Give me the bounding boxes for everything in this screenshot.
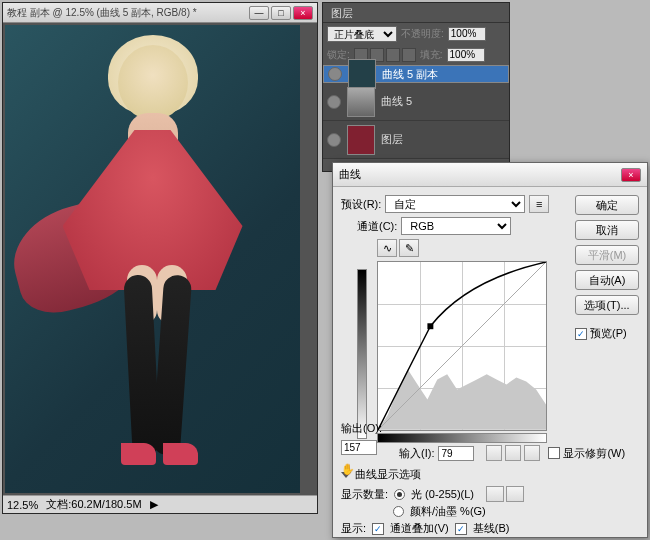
layer-row[interactable]: 曲线 5 — [323, 83, 509, 121]
eyedropper-group — [486, 445, 540, 461]
visibility-eye-icon[interactable] — [327, 133, 341, 147]
output-block: 输出(O): — [341, 421, 382, 455]
pigment-radio[interactable] — [393, 506, 404, 517]
control-point[interactable] — [427, 323, 433, 329]
ok-button[interactable]: 确定 — [575, 195, 639, 215]
expand-label: 曲线显示选项 — [355, 467, 421, 482]
lock-label: 锁定: — [327, 48, 350, 62]
opacity-value[interactable]: 100% — [448, 27, 486, 41]
output-label: 输出(O): — [341, 421, 382, 436]
window-buttons: — □ × — [249, 6, 313, 20]
zoom-level[interactable]: 12.5% — [7, 499, 38, 511]
smooth-button[interactable]: 平滑(M) — [575, 245, 639, 265]
minimize-button[interactable]: — — [249, 6, 269, 20]
status-bar: 12.5% 文档:60.2M/180.5M ▶ — [3, 495, 317, 513]
curve-display-expand[interactable]: 曲线显示选项 — [341, 467, 639, 482]
preview-checkbox-row[interactable]: ✓ 预览(P) — [575, 326, 639, 341]
gray-point-eyedropper-icon[interactable] — [505, 445, 521, 461]
close-button[interactable]: × — [293, 6, 313, 20]
curve-graph[interactable] — [377, 261, 547, 431]
file-size: 文档:60.2M/180.5M — [46, 497, 141, 512]
layers-panel: 图层 正片叠底 不透明度: 100% 锁定: 填充: 100% 曲线 5 副本 … — [322, 2, 510, 172]
auto-button[interactable]: 自动(A) — [575, 270, 639, 290]
baseline-checkbox[interactable]: ✓ — [455, 523, 467, 535]
show-clip-label: 显示修剪(W) — [563, 446, 625, 461]
cancel-button[interactable]: 取消 — [575, 220, 639, 240]
layer-thumbnail[interactable] — [347, 125, 375, 155]
dialog-titlebar[interactable]: 曲线 × — [333, 163, 647, 187]
overlay-checkbox[interactable]: ✓ — [372, 523, 384, 535]
display-options: 显示数量: 光 (0-255)(L) 颜料/油墨 %(G) 显示: ✓ 通道叠加… — [341, 486, 639, 540]
show-row-1: 显示: ✓ 通道叠加(V) ✓ 基线(B) — [341, 521, 639, 536]
light-label: 光 (0-255)(L) — [411, 487, 474, 502]
svg-line-1 — [378, 262, 546, 430]
preset-select[interactable]: 自定 — [385, 195, 525, 213]
layer-name[interactable]: 图层 — [381, 132, 403, 147]
output-gradient — [357, 269, 367, 439]
layer-name[interactable]: 曲线 5 — [381, 94, 412, 109]
preview-checkbox[interactable]: ✓ — [575, 328, 587, 340]
visibility-eye-icon[interactable] — [328, 67, 342, 81]
dialog-body: 确定 取消 平滑(M) 自动(A) 选项(T)... ✓ 预览(P) 预设(R)… — [333, 187, 647, 537]
dialog-close-button[interactable]: × — [621, 168, 641, 182]
visibility-eye-icon[interactable] — [327, 95, 341, 109]
maximize-button[interactable]: □ — [271, 6, 291, 20]
layer-thumbnail[interactable] — [347, 87, 375, 117]
white-point-eyedropper-icon[interactable] — [524, 445, 540, 461]
dialog-side-buttons: 确定 取消 平滑(M) 自动(A) 选项(T)... ✓ 预览(P) — [575, 195, 639, 341]
channel-label: 通道(C): — [357, 219, 397, 234]
grid-size-buttons — [486, 486, 524, 502]
hand-tool-icon[interactable]: ✋ — [341, 463, 355, 476]
show-clip-row[interactable]: 显示修剪(W) — [548, 446, 625, 461]
amount-row: 显示数量: 光 (0-255)(L) — [341, 486, 639, 502]
grid-coarse-icon[interactable] — [486, 486, 504, 502]
light-radio[interactable] — [394, 489, 405, 500]
layer-row-selected[interactable]: 曲线 5 副本 — [323, 65, 509, 83]
lock-position-icon[interactable] — [386, 48, 400, 62]
input-gradient — [377, 433, 547, 443]
pencil-curve-icon[interactable]: ✎ — [399, 239, 419, 257]
document-title: 教程 副本 @ 12.5% (曲线 5 副本, RGB/8) * — [7, 6, 249, 20]
curves-dialog: 曲线 × 确定 取消 平滑(M) 自动(A) 选项(T)... ✓ 预览(P) … — [332, 162, 648, 538]
layer-name[interactable]: 曲线 5 副本 — [382, 67, 438, 82]
figure-illustration — [43, 35, 263, 475]
pigment-row: 颜料/油墨 %(G) — [393, 504, 639, 519]
opacity-label: 不透明度: — [401, 27, 444, 41]
options-button[interactable]: 选项(T)... — [575, 295, 639, 315]
blend-mode-select[interactable]: 正片叠底 — [327, 26, 397, 42]
baseline-label: 基线(B) — [473, 521, 510, 536]
grid-fine-icon[interactable] — [506, 486, 524, 502]
layer-options-row: 正片叠底 不透明度: 100% — [323, 23, 509, 45]
layers-tab[interactable]: 图层 — [323, 3, 509, 23]
layer-row[interactable]: 图层 — [323, 121, 509, 159]
lock-all-icon[interactable] — [402, 48, 416, 62]
point-curve-icon[interactable]: ∿ — [377, 239, 397, 257]
canvas[interactable] — [5, 25, 300, 493]
status-arrow-icon[interactable]: ▶ — [150, 498, 158, 511]
input-input[interactable] — [438, 446, 474, 461]
amount-label: 显示数量: — [341, 487, 388, 502]
output-input[interactable] — [341, 440, 377, 455]
fill-value[interactable]: 100% — [447, 48, 485, 62]
dialog-title: 曲线 — [339, 167, 621, 182]
show-label: 显示: — [341, 521, 366, 536]
channel-select[interactable]: RGB — [401, 217, 511, 235]
input-block: 输入(I): 显示修剪(W) — [399, 445, 639, 461]
input-label: 输入(I): — [399, 446, 434, 461]
pigment-label: 颜料/油墨 %(G) — [410, 504, 486, 519]
document-window: 教程 副本 @ 12.5% (曲线 5 副本, RGB/8) * — □ × 1… — [2, 2, 318, 514]
preset-label: 预设(R): — [341, 197, 381, 212]
black-point-eyedropper-icon[interactable] — [486, 445, 502, 461]
preset-menu-icon[interactable]: ≡ — [529, 195, 549, 213]
overlay-label: 通道叠加(V) — [390, 521, 449, 536]
preview-label: 预览(P) — [590, 326, 627, 341]
fill-label: 填充: — [420, 48, 443, 62]
show-clip-checkbox[interactable] — [548, 447, 560, 459]
curve-line[interactable] — [378, 262, 546, 430]
document-titlebar[interactable]: 教程 副本 @ 12.5% (曲线 5 副本, RGB/8) * — □ × — [3, 3, 317, 23]
layer-thumbnail[interactable] — [348, 59, 376, 89]
